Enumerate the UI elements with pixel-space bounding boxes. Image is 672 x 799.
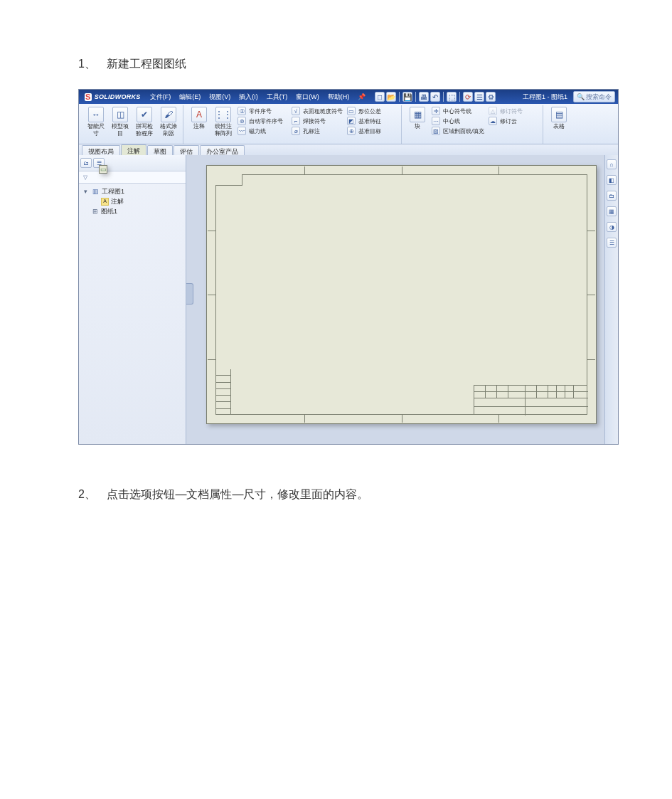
tree-filter[interactable]: ▽ <box>79 171 186 184</box>
tables-icon: ▤ <box>551 107 567 122</box>
menu-insert[interactable]: 插入(I) <box>235 91 262 103</box>
appearances-tab-icon[interactable]: ◑ <box>607 222 617 232</box>
menu-edit[interactable]: 编辑(E) <box>176 91 204 103</box>
settings-icon[interactable]: ⚙ <box>486 92 496 102</box>
menu-pin-icon[interactable]: 📌 <box>354 92 369 102</box>
toolbar-separator <box>415 92 416 102</box>
centerline-button[interactable]: ⋯ 中心线 <box>432 117 484 125</box>
menu-help[interactable]: 帮助(H) <box>324 91 353 103</box>
format-painter-icon: 🖌 <box>161 107 176 122</box>
tables-button[interactable]: ▤ 表格 <box>549 107 569 129</box>
toolbar-separator <box>399 92 400 102</box>
zone-mark <box>587 359 595 360</box>
menubar: S SOLIDWORKS 文件(F) 编辑(E) 视图(V) 插入(I) 工具(… <box>79 90 618 104</box>
drawing-doc-icon: ▥ <box>91 187 100 196</box>
search-icon: 🔍 <box>577 93 585 100</box>
toolbar-separator <box>459 92 460 102</box>
geometric-tolerance-button[interactable]: ▭ 形位公差 <box>347 107 397 115</box>
menu-file[interactable]: 文件(F) <box>146 91 175 103</box>
sheet-fold-mark <box>215 174 242 186</box>
weld-symbol-button[interactable]: ⌐ 焊接符号 <box>292 117 343 125</box>
file-explorer-tab-icon[interactable]: 🗀 <box>607 191 617 201</box>
ribbon: ↔ 智能尺 寸 ◫ 模型项 目 ✔ 拼写检 验程序 🖌 格式涂 刷器 <box>79 104 618 144</box>
new-icon[interactable]: □ <box>375 92 385 102</box>
ribbon-group-tables: ▤ 表格 <box>545 105 573 144</box>
resources-tab-icon[interactable]: ⌂ <box>607 159 617 169</box>
view-palette-tab-icon[interactable]: ▦ <box>607 206 617 216</box>
rebuild-icon[interactable]: ⟳ <box>463 92 473 102</box>
menu-window[interactable]: 窗口(W) <box>292 91 323 103</box>
spell-check-button[interactable]: ✔ 拼写检 验程序 <box>134 107 154 137</box>
linear-note-pattern-button[interactable]: ⋮⋮ 线性注 释阵列 <box>213 107 233 137</box>
solidworks-window: S SOLIDWORKS 文件(F) 编辑(E) 视图(V) 插入(I) 工具(… <box>78 89 619 445</box>
feature-tree-tab-icon[interactable]: 🗂 <box>80 158 92 168</box>
custom-props-tab-icon[interactable]: ☰ <box>607 238 617 248</box>
design-library-tab-icon[interactable]: ◧ <box>607 175 617 185</box>
zone-mark <box>304 415 305 423</box>
panel-collapse-handle[interactable] <box>186 283 193 305</box>
revision-symbol-icon: △ <box>489 107 497 115</box>
format-painter-button[interactable]: 🖌 格式涂 刷器 <box>159 107 178 137</box>
tree-sheet[interactable]: ⊞ ▭ 图纸1 <box>82 206 183 216</box>
revision-cloud-icon: ☁ <box>489 117 497 125</box>
surface-finish-button[interactable]: √ 表面粗糙度符号 <box>292 107 343 115</box>
undo-icon[interactable]: ↶ <box>430 92 440 102</box>
menu-tools[interactable]: 工具(T) <box>263 91 292 103</box>
logo-mark-icon: S <box>85 93 92 101</box>
drawing-canvas[interactable]: ⌂ ◧ 🗀 ▦ ◑ ☰ <box>186 155 618 444</box>
tree-root[interactable]: ▾ ▥ 工程图1 <box>82 186 183 196</box>
model-items-icon: ◫ <box>112 107 128 122</box>
zone-mark <box>208 359 215 360</box>
expand-icon[interactable]: ▾ <box>82 186 89 196</box>
zone-mark <box>498 415 499 423</box>
ribbon-group-dimensions: ↔ 智能尺 寸 ◫ 模型项 目 ✔ 拼写检 验程序 🖌 格式涂 刷器 <box>82 105 183 144</box>
balloon-icon: ① <box>238 107 246 115</box>
window-title: 工程图1 - 图纸1 <box>523 92 567 102</box>
menu-view[interactable]: 视图(V) <box>206 91 234 103</box>
save-icon[interactable]: 💾 <box>402 92 412 102</box>
auto-balloon-button[interactable]: ⊚ 自动零件序号 <box>238 117 287 125</box>
app-name: SOLIDWORKS <box>95 93 141 100</box>
step-2-text: 点击选项按钮—文档属性—尺寸，修改里面的内容。 <box>107 488 368 500</box>
magnetic-line-icon: 〰 <box>238 127 246 135</box>
print-icon[interactable]: 🖶 <box>419 92 429 102</box>
zone-mark <box>208 231 215 231</box>
tree-annotations[interactable]: A 注解 <box>82 196 183 206</box>
area-hatch-button[interactable]: ▨ 区域剖面线/填充 <box>432 127 484 135</box>
spell-check-icon: ✔ <box>137 107 152 122</box>
search-box[interactable]: 🔍 搜索命令 <box>573 91 615 102</box>
quick-access-toolbar: □ 📂 💾 🖶 ↶ ⬚ ⟳ ☰ ⚙ <box>375 92 496 102</box>
balloon-button[interactable]: ① 零件序号 <box>238 107 287 115</box>
expand-icon[interactable]: ⊞ <box>92 206 99 216</box>
centerline-icon: ⋯ <box>432 117 440 125</box>
zone-mark <box>498 166 499 174</box>
main-menus: 文件(F) 编辑(E) 视图(V) 插入(I) 工具(T) 窗口(W) 帮助(H… <box>146 91 370 103</box>
feature-manager-panel: 🗂 ☰ ▽ ▾ ▥ 工程图1 A 注解 <box>79 155 186 444</box>
center-mark-icon: ✛ <box>432 107 440 115</box>
open-icon[interactable]: 📂 <box>386 92 396 102</box>
app-logo: S SOLIDWORKS <box>82 93 144 101</box>
area-hatch-icon: ▨ <box>432 127 440 135</box>
center-mark-button[interactable]: ✛ 中心符号线 <box>432 107 484 115</box>
revision-block <box>215 369 231 415</box>
step-2-number: 2、 <box>78 487 104 502</box>
blocks-icon: ▦ <box>410 107 425 122</box>
linear-pattern-icon: ⋮⋮ <box>215 107 231 122</box>
select-icon[interactable]: ⬚ <box>447 92 457 102</box>
annotations-folder-icon: A <box>101 198 109 206</box>
revision-cloud-button[interactable]: ☁ 修订云 <box>489 117 538 125</box>
model-items-button[interactable]: ◫ 模型项 目 <box>110 107 130 137</box>
smart-dimension-button[interactable]: ↔ 智能尺 寸 <box>86 107 106 137</box>
datum-feature-button[interactable]: ◩ 基准特征 <box>347 117 397 125</box>
options-icon[interactable]: ☰ <box>474 92 484 102</box>
magnetic-line-button[interactable]: 〰 磁力线 <box>238 127 287 135</box>
datum-target-button[interactable]: ⊕ 基准目标 <box>347 127 397 135</box>
blocks-button[interactable]: ▦ 块 <box>407 107 427 129</box>
panel-tabs: 🗂 ☰ <box>79 155 186 171</box>
drawing-sheet[interactable] <box>206 165 597 424</box>
revision-symbol-button[interactable]: △ 修订符号 <box>489 107 538 115</box>
hole-callout-button[interactable]: ⌀ 孔标注 <box>292 127 343 135</box>
feature-tree: ▾ ▥ 工程图1 A 注解 ⊞ ▭ 图纸1 <box>79 184 186 219</box>
smart-dimension-icon: ↔ <box>88 107 104 122</box>
note-button[interactable]: A 注释 <box>189 107 209 129</box>
